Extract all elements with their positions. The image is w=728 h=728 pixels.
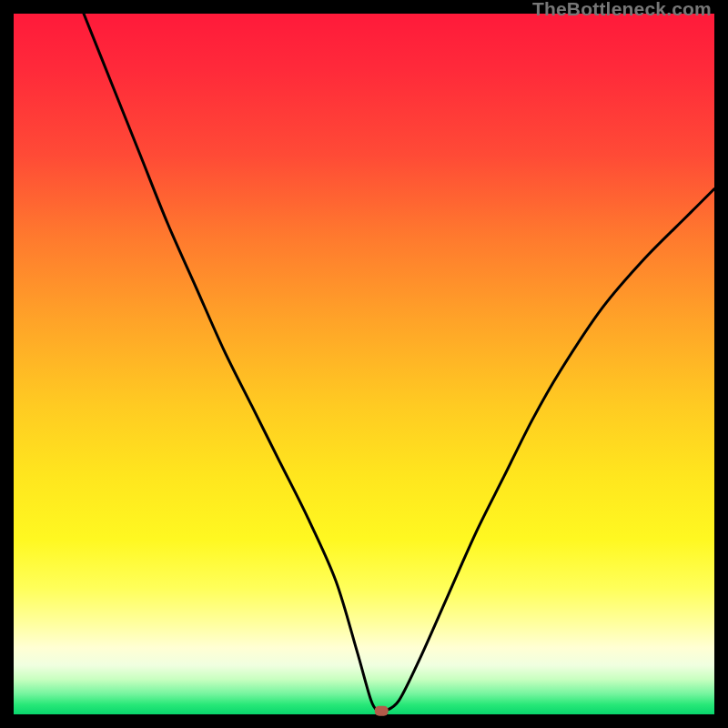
chart-svg [14,14,714,714]
chart-frame: TheBottleneck.com [0,0,728,728]
bottleneck-curve [84,14,714,713]
minimum-marker [375,706,389,716]
watermark-text: TheBottleneck.com [532,0,712,20]
